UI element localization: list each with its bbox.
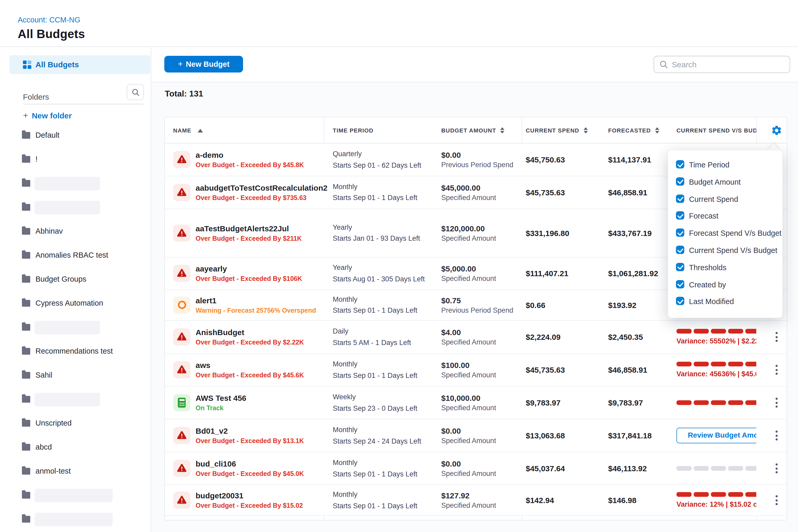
checkbox-label: Forecast [689, 212, 719, 220]
over-budget-alert-icon [177, 188, 187, 197]
budget-amount: $0.75 [441, 296, 513, 305]
sidebar: All Budgets Folders +New folder Default!… [0, 47, 151, 532]
variance-text: Variance: 45636% | $45.6K over [677, 370, 756, 378]
account-breadcrumb-link[interactable]: Account: CCM-NG [18, 16, 80, 24]
sidebar-folder-![interactable]: ! [0, 152, 151, 167]
checkbox-checked-icon[interactable] [676, 297, 684, 305]
sidebar-folder-Budget Groups[interactable]: Budget Groups [0, 272, 151, 287]
budget-status-icon [173, 427, 190, 444]
sidebar-folder-Recommendations test[interactable]: Recommendations test [0, 344, 151, 359]
review-budget-amount-button[interactable]: Review Budget Amount [677, 428, 756, 443]
period-type: Monthly [333, 294, 417, 305]
budget-name-cell[interactable]: aaTestBudgetAlerts22JulOver Budget - Exc… [195, 224, 302, 242]
budget-status-icon [173, 394, 190, 411]
sidebar-folder-Unscripted[interactable]: Unscripted [0, 416, 151, 431]
budget-status-text: Over Budget - Exceeded By $15.02 [195, 502, 303, 509]
budget-usage-bar [677, 492, 756, 497]
time-period-cell: MonthlyStarts Sep 01 - 1 Days Left [333, 294, 417, 316]
sidebar-item-all-budgets[interactable]: All Budgets [10, 55, 150, 74]
column-settings-gear-icon[interactable] [771, 125, 782, 136]
checkbox-checked-icon[interactable] [676, 177, 684, 186]
sidebar-folder-anmol-test[interactable]: anmol-test [0, 464, 151, 479]
budget-name-cell[interactable]: Bd01_v2Over Budget - Exceeded By $13.1K [195, 426, 304, 445]
folder-icon [22, 348, 30, 355]
budget-usage-bar [677, 329, 756, 334]
budget-row-bud_cli106[interactable]: bud_cli106Over Budget - Exceeded By $45.… [165, 452, 786, 485]
period-type: Yearly [333, 262, 425, 273]
new-budget-button[interactable]: +New Budget [164, 56, 243, 73]
checkbox-checked-icon[interactable] [676, 263, 684, 271]
checkbox-checked-icon[interactable] [676, 280, 684, 288]
column-header-budget-amount[interactable]: BUDGET AMOUNT [441, 127, 505, 134]
row-menu-kebab-icon[interactable] [774, 495, 780, 505]
sidebar-folder-Abhinav[interactable]: Abhinav [0, 224, 151, 240]
folders-search-button[interactable] [127, 84, 144, 100]
sidebar-folder-Cypress Automation[interactable]: Cypress Automation [0, 296, 151, 311]
sidebar-folder-redacted[interactable] [0, 176, 151, 191]
budget-amount-type: Specified Amount [441, 275, 496, 283]
row-menu-kebab-icon[interactable] [774, 398, 780, 407]
budget-amount-type: Specified Amount [441, 404, 496, 412]
forecasted-cell: $46,858.91 [608, 366, 647, 375]
budget-row-AnishBudget[interactable]: AnishBudgetOver Budget - Exceeded By $2.… [165, 321, 786, 354]
budget-name-cell[interactable]: AnishBudgetOver Budget - Exceeded By $2.… [195, 328, 304, 346]
column-header-spend-vs-budget[interactable]: CURRENT SPEND V/S BUDGET [677, 127, 756, 134]
budget-amount-type: Specified Amount [441, 470, 496, 477]
checkbox-checked-icon[interactable] [676, 160, 684, 169]
budget-row-aws[interactable]: awsOver Budget - Exceeded By $45.6KMonth… [165, 354, 786, 386]
time-period-cell: MonthlyStarts Sep 24 - 24 Days Left [333, 424, 421, 447]
sidebar-folder-redacted[interactable] [0, 512, 151, 527]
budget-name: AnishBudget [195, 328, 304, 337]
row-menu-kebab-icon[interactable] [774, 463, 780, 473]
folders-section-label: Folders [23, 92, 49, 101]
current-spend-cell: $45,735.63 [526, 188, 565, 197]
row-menu-kebab-icon[interactable] [774, 431, 780, 440]
checkbox-checked-icon[interactable] [676, 211, 684, 220]
sidebar-folder-redacted[interactable] [0, 488, 151, 503]
budget-name-cell[interactable]: a-demoOver Budget - Exceeded By $45.8K [195, 150, 304, 169]
budget-amount-type: Specified Amount [441, 437, 496, 445]
column-header-name[interactable]: NAME [173, 127, 203, 134]
sidebar-folder-abcd[interactable]: abcd [0, 440, 151, 455]
budget-name-cell[interactable]: bud_cli106Over Budget - Exceeded By $45.… [195, 459, 304, 477]
budget-amount-type: Specified Amount [441, 234, 496, 242]
sidebar-folder-Anomalies RBAC test[interactable]: Anomalies RBAC test [0, 248, 151, 263]
checkbox-checked-icon[interactable] [676, 228, 684, 237]
row-menu-kebab-icon[interactable] [774, 365, 780, 375]
budget-name-cell[interactable]: aayearlyOver Budget - Exceeded By $106K [195, 264, 302, 283]
budget-amount-cell: $4.00Specified Amount [441, 328, 496, 346]
sidebar-folder-redacted[interactable] [0, 392, 151, 407]
folder-icon [22, 492, 30, 499]
budget-row-Bd01_v2[interactable]: Bd01_v2Over Budget - Exceeded By $13.1KM… [165, 419, 786, 452]
sidebar-folder-Sahil[interactable]: Sahil [0, 368, 151, 383]
period-type: Monthly [333, 359, 417, 370]
budget-status-text: Over Budget - Exceeded By $45.0K [195, 470, 304, 477]
period-detail: Starts 5 AM - 1 Days Left [333, 337, 411, 348]
budget-name-cell[interactable]: budget20031Over Budget - Exceeded By $15… [195, 491, 303, 509]
new-folder-button[interactable]: +New folder [23, 111, 72, 121]
budget-row-AWS Test 456[interactable]: AWS Test 456On TrackWeeklyStarts Sep 23 … [165, 386, 786, 419]
budget-name-cell[interactable]: awsOver Budget - Exceeded By $45.6K [195, 361, 304, 379]
time-period-cell: MonthlyStarts Sep 01 - 1 Days Left [333, 181, 417, 204]
checkbox-checked-icon[interactable] [676, 246, 684, 254]
search-input[interactable]: Search [653, 56, 790, 73]
folder-icon [22, 468, 30, 475]
sidebar-item-label: All Budgets [36, 60, 79, 69]
folder-icon [22, 324, 30, 331]
period-type: Monthly [333, 424, 421, 436]
budget-name-cell[interactable]: AWS Test 456On Track [195, 394, 246, 412]
column-header-forecasted[interactable]: FORECASTED [608, 127, 659, 134]
column-header-time-period[interactable]: TIME PERIOD [333, 127, 374, 134]
folder-icon [22, 300, 30, 307]
budget-name-cell[interactable]: alert1Warning - Forecast 25756% Overspen… [195, 296, 316, 314]
column-header-current-spend[interactable]: CURRENT SPEND [526, 127, 588, 134]
current-spend-cell: $45,735.63 [526, 366, 565, 375]
budget-status-text: Over Budget - Exceeded By $2.22K [195, 339, 304, 346]
budget-row-budget20031[interactable]: budget20031Over Budget - Exceeded By $15… [165, 485, 786, 516]
budget-name-cell[interactable]: aabudgetToTestCostRecalculation2Over Bud… [195, 183, 327, 202]
checkbox-checked-icon[interactable] [676, 194, 684, 203]
row-menu-kebab-icon[interactable] [774, 332, 780, 342]
sidebar-folder-redacted[interactable] [0, 200, 151, 215]
sidebar-folder-Default[interactable]: Default [0, 128, 151, 144]
sidebar-folder-redacted[interactable] [0, 320, 151, 335]
